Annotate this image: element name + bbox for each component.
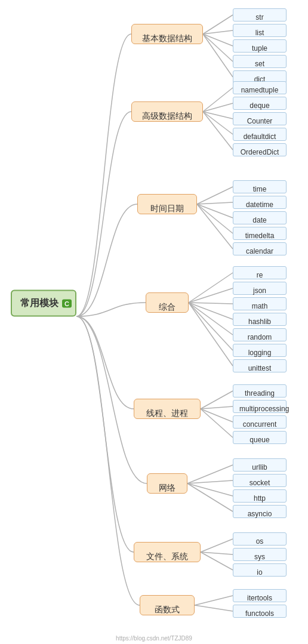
svg-line-10 [197,187,233,204]
leaf-node-logging: logging [233,344,287,357]
branch-node-file: 文件、系统 [134,542,201,562]
svg-line-14 [197,204,233,249]
svg-line-31 [201,552,233,554]
svg-line-2 [203,34,233,46]
branch-node-general: 综合 [146,292,189,313]
branch-node-thread: 线程、进程 [134,399,201,419]
svg-line-1 [203,30,233,34]
svg-line-33 [195,596,233,605]
leaf-node-urllib: urllib [233,458,287,472]
leaf-node-OrderedDict: OrderedDict [233,143,287,156]
svg-line-7 [203,112,233,119]
leaf-node-defaultdict: defaultdict [233,128,287,141]
svg-line-4 [203,34,233,77]
leaf-node-itertools: itertools [233,589,287,602]
leaf-node-http: http [233,489,287,503]
svg-line-25 [201,409,233,437]
svg-line-12 [197,204,233,218]
leaf-node-socket: socket [233,474,287,487]
leaf-node-io: io [233,563,287,577]
leaf-node-str: str [233,8,287,21]
branch-node-basic: 基本数据结构 [131,24,203,44]
branch-node-network: 网络 [147,473,187,494]
svg-line-19 [189,303,233,335]
leaf-node-Counter: Counter [233,112,287,125]
leaf-node-re: re [233,266,287,279]
svg-line-5 [203,88,233,112]
branch-node-time: 时间日期 [137,194,197,214]
watermark: https://blog.csdn.net/TZJD89 [116,635,192,642]
leaf-node-namedtuple: namedtuple [233,81,287,94]
leaf-node-datetime: datetime [233,196,287,209]
leaf-node-concurrent: concurrent [233,415,287,429]
leaf-node-tuple: tuple [233,39,287,53]
svg-line-32 [201,552,233,570]
leaf-node-date: date [233,211,287,224]
leaf-node-set: set [233,55,287,68]
leaf-node-queue: queue [233,431,287,444]
svg-line-23 [201,406,233,409]
leaf-node-time: time [233,180,287,193]
root-icon: C [62,299,72,307]
branch-node-func: 函数式 [140,595,195,615]
svg-line-17 [189,303,233,304]
svg-line-11 [197,202,233,204]
leaf-node-json: json [233,282,287,295]
leaf-node-os: os [233,532,287,546]
svg-line-8 [203,112,233,134]
svg-line-24 [201,409,233,422]
leaf-node-unittest: unittest [233,359,287,372]
root-label: 常用模块 [20,297,58,310]
svg-line-28 [187,483,233,496]
leaf-node-list: list [233,24,287,37]
svg-line-21 [189,303,233,366]
leaf-node-random: random [233,328,287,341]
branch-node-advanced: 高级数据结构 [131,101,203,122]
leaf-node-functools: functools [233,605,287,618]
leaf-node-math: math [233,297,287,310]
svg-line-16 [189,288,233,303]
svg-line-6 [203,103,233,112]
svg-line-13 [197,204,233,233]
svg-line-30 [201,539,233,552]
leaf-node-multiprocessing: multiprocessing [233,400,287,413]
svg-line-29 [187,483,233,511]
leaf-node-timedelta: timedelta [233,227,287,240]
leaf-node-deque: deque [233,97,287,110]
svg-line-20 [189,303,233,350]
leaf-node-threading: threading [233,384,287,398]
svg-line-9 [203,112,233,150]
svg-line-26 [187,465,233,483]
svg-line-22 [201,391,233,409]
svg-line-18 [189,303,233,319]
svg-line-27 [187,480,233,483]
svg-line-0 [203,15,233,34]
leaf-node-asyncio: asyncio [233,505,287,518]
svg-line-34 [195,605,233,611]
svg-line-3 [203,34,233,61]
leaf-node-sys: sys [233,548,287,561]
leaf-node-hashlib: hashlib [233,313,287,326]
root-node: 常用模块 C [11,290,76,317]
leaf-node-calendar: calendar [233,242,287,255]
svg-line-15 [189,273,233,303]
